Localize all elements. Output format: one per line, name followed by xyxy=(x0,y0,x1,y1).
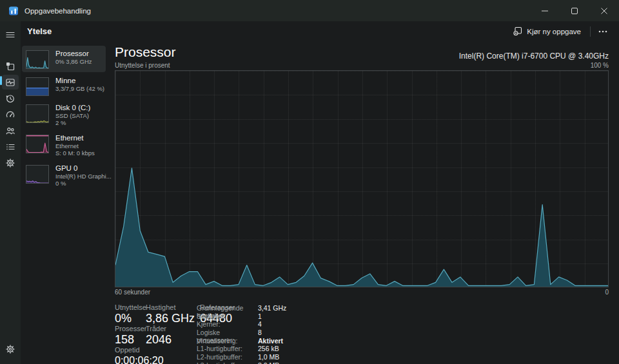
metric-item-memory[interactable]: Minne 3,3/7,9 GB (42 %) xyxy=(22,73,106,99)
window-title: Oppgavebehandling xyxy=(25,7,91,15)
page-header: Ytelse Kjør ny oppgave xyxy=(21,21,619,41)
cpu-details: Grunnleggende hastighet:3,41 GHz Sockete… xyxy=(197,304,371,364)
run-new-task-icon xyxy=(513,26,522,37)
more-options-button[interactable] xyxy=(593,24,613,39)
main-content: Prosessor Intel(R) Core(TM) i7-6700 CPU … xyxy=(115,41,609,364)
detail-label: Socketer: xyxy=(197,312,258,320)
gpu-mini-chart xyxy=(26,165,49,184)
metric-subtitle: SSD (SATA) xyxy=(55,112,90,119)
cpu-mini-chart xyxy=(26,50,49,69)
metric-subtitle: 3,3/7,9 GB (42 %) xyxy=(55,85,104,92)
ellipsis-icon xyxy=(598,30,607,33)
cpu-model-name: Intel(R) Core(TM) i7-6700 CPU @ 3.40GHz xyxy=(459,52,609,61)
metric-subtitle: Ethernet xyxy=(55,142,95,149)
titlebar: Oppgavebehandling xyxy=(0,0,619,21)
metric-title: Minne xyxy=(55,77,104,85)
sidebar-item-performance[interactable] xyxy=(2,75,19,90)
metric-title: Prosessor xyxy=(55,50,92,58)
sidebar xyxy=(0,21,21,364)
metric-item-ethernet[interactable]: Ethernet Ethernet S: 0 M: 0 kbps xyxy=(22,130,106,160)
nav-toggle-button[interactable] xyxy=(2,27,19,42)
sidebar-item-startup-apps[interactable] xyxy=(2,107,19,122)
cpu-stats: Utnyttelse 0% Prosesser 158 Oppetid 0:00… xyxy=(115,303,609,364)
detail-value: 4 xyxy=(258,320,262,328)
sidebar-item-services[interactable] xyxy=(2,155,19,170)
cpu-utilization-chart xyxy=(115,70,609,287)
ethernet-mini-chart xyxy=(26,135,49,153)
header-actions: Kjør ny oppgave xyxy=(507,23,613,40)
sidebar-item-app-history[interactable] xyxy=(2,91,19,106)
memory-mini-chart xyxy=(26,77,49,96)
minimize-button[interactable] xyxy=(530,0,560,21)
detail-label: Kjerner: xyxy=(197,320,258,328)
page-title: Prosessor xyxy=(115,44,176,60)
detail-label: Virtualisering: xyxy=(197,337,258,345)
window-controls xyxy=(530,0,619,21)
detail-value: 8 xyxy=(258,329,262,336)
detail-label: L3-hurtigbuffer: xyxy=(197,361,258,364)
task-manager-window: Oppgavebehandling xyxy=(0,0,619,364)
detail-label: L1-hurtigbuffer: xyxy=(197,345,258,352)
metric-subtitle2: 2 % xyxy=(55,119,90,126)
metric-subtitle: 0% 3,86 GHz xyxy=(55,58,92,65)
sidebar-item-details[interactable] xyxy=(2,139,19,154)
stat-value: 2046 xyxy=(146,333,195,346)
metric-subtitle2: S: 0 M: 0 kbps xyxy=(55,149,95,157)
stat-value: 0:00:06:20 xyxy=(115,354,164,364)
sidebar-item-users[interactable] xyxy=(2,123,19,138)
detail-value: Aktivert xyxy=(258,337,283,345)
run-new-task-button[interactable]: Kjør ny oppgave xyxy=(507,23,587,40)
page-tab-title: Ytelse xyxy=(27,26,52,36)
disk-mini-chart xyxy=(26,104,49,123)
metric-subtitle2: 0 % xyxy=(55,180,106,187)
close-button[interactable] xyxy=(589,0,619,21)
detail-value: 3,41 GHz xyxy=(258,304,286,312)
detail-value: 1,0 MB xyxy=(258,353,279,361)
run-new-task-label: Kjør ny oppgave xyxy=(527,28,581,35)
metric-title: GPU 0 xyxy=(55,164,106,173)
chart-y-axis-label: Utnyttelse i prosent xyxy=(115,62,170,70)
metric-title: Ethernet xyxy=(55,134,95,142)
metric-item-disk[interactable]: Disk 0 (C:) SSD (SATA) 2 % xyxy=(22,100,106,129)
task-manager-app-icon xyxy=(8,6,19,16)
chart-max-label: 100 % xyxy=(591,62,609,70)
stat-label: Tråder xyxy=(146,325,195,333)
metric-item-gpu[interactable]: GPU 0 Intel(R) HD Graphi... 0 % xyxy=(22,160,106,190)
detail-value: 256 kB xyxy=(258,345,279,352)
maximize-button[interactable] xyxy=(560,0,589,21)
performance-metric-list: Prosessor 0% 3,86 GHz Minne 3,3/7,9 GB (… xyxy=(22,46,106,191)
stat-label: Oppetid xyxy=(115,346,164,354)
detail-value: 1 xyxy=(258,312,262,320)
detail-label: L2-hurtigbuffer: xyxy=(197,353,258,361)
metric-title: Disk 0 (C:) xyxy=(55,104,90,112)
metric-item-cpu[interactable]: Prosessor 0% 3,86 GHz xyxy=(22,46,106,72)
header-divider xyxy=(590,26,591,37)
sidebar-item-processes[interactable] xyxy=(2,59,19,73)
chart-zero-label: 0 xyxy=(605,289,609,296)
metric-subtitle: Intel(R) HD Graphi... xyxy=(55,173,106,180)
settings-button[interactable] xyxy=(2,341,19,356)
detail-value: 8,0 MB xyxy=(258,361,279,364)
chart-x-range-label: 60 sekunder xyxy=(115,289,150,296)
